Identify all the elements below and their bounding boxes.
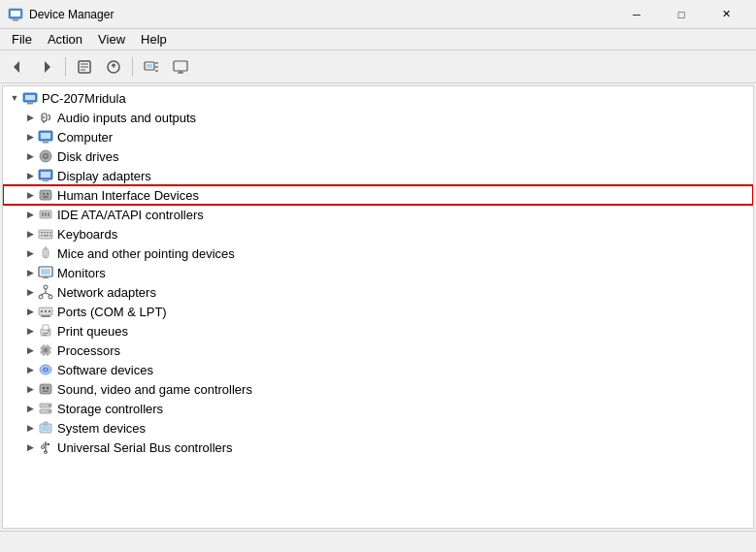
svg-rect-44 bbox=[41, 232, 43, 234]
hid-label: Human Interface Devices bbox=[57, 188, 199, 203]
svg-rect-56 bbox=[41, 269, 50, 275]
network-item[interactable]: ▶ Network adapters bbox=[3, 282, 753, 302]
svg-rect-71 bbox=[43, 325, 49, 330]
ide-icon bbox=[38, 207, 53, 222]
svg-rect-97 bbox=[42, 426, 49, 431]
menu-file[interactable]: File bbox=[4, 30, 40, 49]
svg-rect-49 bbox=[44, 235, 49, 237]
ports-item[interactable]: ▶ Ports (COM & LPT) bbox=[3, 302, 753, 321]
software-label: Software devices bbox=[57, 363, 153, 377]
ports-icon bbox=[38, 304, 53, 319]
svg-point-25 bbox=[43, 116, 45, 118]
processors-item[interactable]: ▶ Processors bbox=[3, 341, 753, 360]
display-item[interactable]: ▶ Display adapters bbox=[3, 166, 753, 185]
ide-label: IDE ATA/ATAPI controllers bbox=[57, 208, 204, 222]
ports-label: Ports (COM & LPT) bbox=[57, 305, 167, 319]
audio-item[interactable]: ▶ Audio inputs and outputs bbox=[3, 108, 753, 127]
disk-item[interactable]: ▶ Disk drives bbox=[3, 146, 753, 166]
svg-point-36 bbox=[43, 193, 45, 195]
system-icon bbox=[38, 420, 53, 436]
scan-button[interactable] bbox=[138, 54, 165, 80]
monitors-item[interactable]: ▶ Monitors bbox=[3, 263, 753, 282]
toolbar bbox=[0, 50, 756, 83]
svg-rect-2 bbox=[13, 19, 18, 21]
svg-point-61 bbox=[49, 295, 52, 299]
system-item[interactable]: ▶ System devices bbox=[3, 418, 753, 438]
svg-rect-98 bbox=[44, 422, 48, 425]
usb-item[interactable]: ▶ Universal Serial Bus controllers bbox=[3, 438, 753, 457]
ide-expand-icon: ▶ bbox=[22, 207, 38, 222]
svg-point-31 bbox=[45, 155, 47, 157]
svg-rect-43 bbox=[39, 230, 52, 239]
sound-label: Sound, video and game controllers bbox=[57, 382, 252, 397]
minimize-button[interactable]: ─ bbox=[614, 0, 659, 29]
display-expand-icon: ▶ bbox=[22, 168, 38, 183]
computer-item[interactable]: ▶ Computer bbox=[3, 127, 753, 146]
processors-icon bbox=[38, 342, 53, 358]
svg-rect-22 bbox=[25, 102, 35, 103]
software-item[interactable]: ▶ Software devices bbox=[3, 360, 753, 379]
root-item[interactable]: ▼ PC-207Mridula bbox=[3, 88, 753, 108]
forward-button[interactable] bbox=[33, 54, 60, 80]
app-icon bbox=[8, 7, 23, 22]
system-expand-icon: ▶ bbox=[22, 420, 38, 436]
disk-icon bbox=[38, 148, 53, 164]
storage-item[interactable]: ▶ Storage controllers bbox=[3, 399, 753, 418]
keyboard-item[interactable]: ▶ Keyboards bbox=[3, 224, 753, 244]
properties-button[interactable] bbox=[71, 54, 98, 80]
menu-action[interactable]: Action bbox=[40, 30, 90, 49]
keyboard-icon bbox=[38, 226, 53, 242]
svg-rect-42 bbox=[48, 212, 49, 216]
back-button[interactable] bbox=[4, 54, 31, 80]
menu-help[interactable]: Help bbox=[133, 30, 175, 49]
software-expand-icon: ▶ bbox=[22, 362, 38, 377]
close-button[interactable]: ✕ bbox=[704, 0, 748, 29]
sound-icon bbox=[38, 381, 53, 397]
svg-line-63 bbox=[41, 293, 46, 295]
hid-item[interactable]: ▶ Human Interface Devices bbox=[3, 185, 753, 205]
svg-rect-16 bbox=[174, 61, 187, 71]
svg-rect-41 bbox=[45, 212, 47, 216]
print-label: Print queues bbox=[57, 324, 128, 339]
computer-label: Computer bbox=[57, 130, 113, 145]
svg-rect-76 bbox=[44, 348, 49, 353]
maximize-button[interactable]: □ bbox=[659, 0, 704, 29]
keyboard-label: Keyboards bbox=[57, 227, 117, 242]
toolbar-separator-2 bbox=[132, 57, 133, 77]
computer-icon bbox=[38, 129, 53, 145]
update-driver-button[interactable] bbox=[100, 54, 127, 80]
svg-rect-48 bbox=[41, 235, 43, 237]
svg-point-94 bbox=[49, 405, 50, 406]
audio-icon bbox=[38, 110, 53, 125]
window-controls[interactable]: ─ □ ✕ bbox=[614, 0, 748, 29]
keyboard-expand-icon: ▶ bbox=[22, 226, 38, 242]
svg-point-87 bbox=[45, 369, 47, 371]
svg-point-68 bbox=[49, 310, 50, 312]
svg-point-67 bbox=[45, 310, 47, 312]
svg-rect-33 bbox=[41, 172, 50, 178]
menu-bar: File Action View Help bbox=[0, 29, 756, 50]
hid-icon bbox=[38, 187, 53, 203]
display-button[interactable] bbox=[167, 54, 194, 80]
monitors-expand-icon: ▶ bbox=[22, 265, 38, 280]
sound-item[interactable]: ▶ Sound, video and game controllers bbox=[3, 379, 753, 399]
svg-rect-73 bbox=[43, 335, 47, 336]
network-expand-icon: ▶ bbox=[22, 284, 38, 300]
computer-expand-icon: ▶ bbox=[22, 129, 38, 145]
svg-marker-5 bbox=[45, 61, 50, 73]
ide-item[interactable]: ▶ IDE ATA/ATAPI controllers bbox=[3, 205, 753, 224]
usb-label: Universal Serial Bus controllers bbox=[57, 440, 233, 455]
audio-expand-icon: ▶ bbox=[22, 110, 38, 125]
software-icon bbox=[38, 362, 53, 377]
mice-item[interactable]: ▶ Mice and other pointing devices bbox=[3, 244, 753, 263]
usb-icon bbox=[38, 439, 53, 455]
svg-marker-4 bbox=[14, 61, 19, 73]
menu-view[interactable]: View bbox=[90, 30, 133, 49]
device-tree-panel[interactable]: ▼ PC-207Mridula ▶ bbox=[2, 85, 754, 529]
print-item[interactable]: ▶ Print queues bbox=[3, 321, 753, 341]
svg-rect-69 bbox=[41, 315, 50, 317]
root-icon bbox=[22, 90, 38, 106]
svg-point-60 bbox=[39, 295, 43, 299]
disk-expand-icon: ▶ bbox=[22, 148, 38, 164]
root-expand-icon: ▼ bbox=[7, 90, 22, 106]
